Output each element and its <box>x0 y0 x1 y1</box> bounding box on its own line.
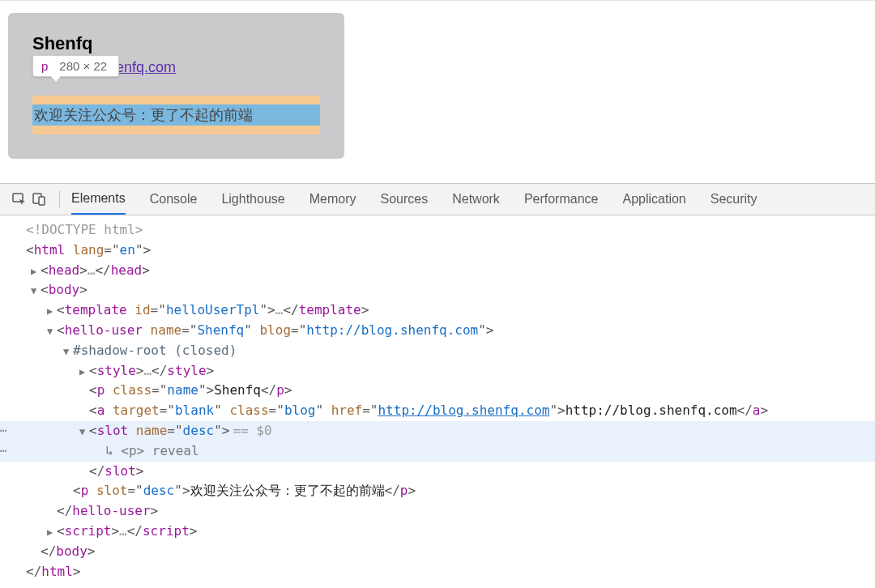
card-heading: Shenfq <box>32 33 320 54</box>
toggle-icon[interactable] <box>31 283 39 299</box>
dom-slot-open[interactable]: <slot name="desc">== $0 <box>0 421 875 441</box>
toggle-icon[interactable] <box>47 525 55 540</box>
toggle-icon[interactable] <box>47 304 55 319</box>
tab-network[interactable]: Network <box>452 184 500 215</box>
devtools-tabs: Elements Console Lighthouse Memory Sourc… <box>71 184 758 215</box>
dom-body-open[interactable]: <body> <box>0 280 875 300</box>
dom-style[interactable]: <style>…</style> <box>0 361 875 381</box>
tab-performance[interactable]: Performance <box>524 184 599 215</box>
dom-anchor[interactable]: <a target="blank" class="blog" href="htt… <box>0 401 875 421</box>
elements-tree[interactable]: <!DOCTYPE html> <html lang="en"> <head>…… <box>0 215 875 586</box>
tab-application[interactable]: Application <box>622 184 685 215</box>
dom-template[interactable]: <template id="helloUserTpl">…</template> <box>0 300 875 321</box>
toolbar-separator <box>59 190 60 208</box>
dom-html-close[interactable]: </html> <box>0 562 875 582</box>
dom-hello-user-close[interactable]: </hello-user> <box>0 501 875 522</box>
tab-memory[interactable]: Memory <box>309 184 356 215</box>
device-toggle-icon[interactable] <box>32 191 48 207</box>
card: Shenfq http://blog.shenfq.com p 280 × 22… <box>8 13 344 159</box>
svg-rect-2 <box>39 197 45 205</box>
dom-doctype[interactable]: <!DOCTYPE html> <box>0 220 875 241</box>
inspect-tooltip: p 280 × 22 <box>32 55 119 77</box>
dom-hello-user-open[interactable]: <hello-user name="Shenfq" blog="http://b… <box>0 321 875 341</box>
dom-body-close[interactable]: </body> <box>0 542 875 562</box>
dom-head[interactable]: <head>…</head> <box>0 261 875 281</box>
element-highlight-content: 欢迎关注公众号：更了不起的前端 <box>32 104 320 126</box>
dom-shadow-root[interactable]: #shadow-root (closed) <box>0 341 875 361</box>
toggle-icon[interactable] <box>79 364 88 380</box>
slotted-text: 欢迎关注公众号：更了不起的前端 <box>34 105 253 125</box>
toggle-icon[interactable] <box>79 424 88 440</box>
toggle-icon[interactable] <box>63 344 71 360</box>
toggle-icon[interactable] <box>31 264 39 279</box>
element-highlight-margin: 欢迎关注公众号：更了不起的前端 <box>32 96 320 134</box>
tab-elements[interactable]: Elements <box>71 184 126 215</box>
tooltip-tag: p <box>41 59 48 73</box>
tooltip-dimensions: 280 × 22 <box>59 59 107 73</box>
dom-reveal[interactable]: ↳ <p> reveal <box>0 441 875 462</box>
devtools-toolbar: Elements Console Lighthouse Memory Sourc… <box>0 183 875 215</box>
element-picker-icon[interactable] <box>11 191 28 207</box>
tab-console[interactable]: Console <box>150 184 198 215</box>
toggle-icon[interactable] <box>47 324 55 339</box>
tab-security[interactable]: Security <box>711 184 758 215</box>
dom-p-slotted[interactable]: <p slot="desc">欢迎关注公众号：更了不起的前端</p> <box>0 481 875 501</box>
dom-slot-close[interactable]: </slot> <box>0 462 875 482</box>
tab-sources[interactable]: Sources <box>380 184 428 215</box>
dom-script[interactable]: <script>…</script> <box>0 522 875 542</box>
dom-html-open[interactable]: <html lang="en"> <box>0 241 875 261</box>
rendered-page: Shenfq http://blog.shenfq.com p 280 × 22… <box>0 0 875 183</box>
dom-p-name[interactable]: <p class="name">Shenfq</p> <box>0 381 875 401</box>
tab-lighthouse[interactable]: Lighthouse <box>221 184 284 215</box>
